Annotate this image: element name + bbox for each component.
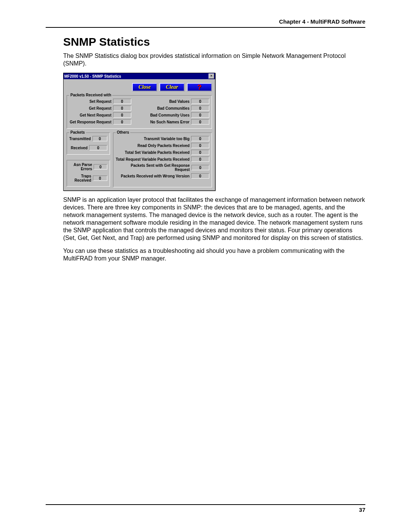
close-button-label: Close xyxy=(139,84,151,90)
stat-value: 0 xyxy=(92,136,107,141)
close-icon[interactable]: × xyxy=(209,73,214,79)
group-packets: Packets Transmitted 0 Received 0 xyxy=(67,133,110,155)
stat-value: 0 xyxy=(93,176,107,181)
stat-row: Transmitted 0 xyxy=(69,136,107,141)
stat-label: Total Request Variable Packets Received xyxy=(116,157,191,161)
stat-value: 0 xyxy=(89,145,107,150)
chapter-header: Chapter 4 - MultiFRAD Software xyxy=(46,18,365,28)
stat-row: Bad Community Uses 0 xyxy=(135,112,209,118)
stat-row: Received 0 xyxy=(69,145,107,150)
stat-value: 0 xyxy=(191,173,209,179)
stat-value: 0 xyxy=(191,157,209,162)
stat-label: Traps Received xyxy=(69,174,93,182)
stat-row: Get Response Request 0 xyxy=(69,119,131,125)
stat-label: No Such Names Error xyxy=(150,120,191,124)
stat-label: Get Next Request xyxy=(80,113,113,117)
stat-label: Get Response Request xyxy=(70,120,113,124)
lower-section: Packets Transmitted 0 Received 0 Asn Par… xyxy=(64,131,215,189)
close-button[interactable]: Close xyxy=(132,83,157,91)
stat-row: Read Only Packets Received 0 xyxy=(116,143,209,148)
snmp-statistics-dialog: MF2000 v1.50 - SNMP Statistics × Close C… xyxy=(63,73,215,191)
page-number: 37 xyxy=(359,506,365,513)
stat-row: Get Next Request 0 xyxy=(69,112,131,118)
section-title: SNMP Statistics xyxy=(63,35,365,48)
clear-button-label: Clear xyxy=(166,84,178,90)
stat-label: Packets Received with Wrong Version xyxy=(121,174,191,178)
dialog-toolbar: Close Clear ? xyxy=(64,79,215,94)
stat-row: Set Request 0 xyxy=(69,99,131,104)
stat-label: Transmitted xyxy=(69,137,92,141)
stat-value: 0 xyxy=(94,164,107,169)
group-misc: Asn Parse Errors 0 Traps Received 0 xyxy=(67,160,110,187)
group-legend: Packets Received with xyxy=(69,93,112,97)
content-area: SNMP Statistics The SNMP Statistics dial… xyxy=(63,35,365,262)
stat-label: Received xyxy=(71,146,89,150)
stat-value: 0 xyxy=(191,165,209,170)
page: Chapter 4 - MultiFRAD Software SNMP Stat… xyxy=(0,0,411,532)
stat-value: 0 xyxy=(191,119,209,125)
body-paragraph-1: SNMP is an application layer protocol th… xyxy=(63,196,365,242)
help-icon: ? xyxy=(198,83,202,91)
stat-label: Transmit Variable too Big xyxy=(144,137,191,141)
stat-value: 0 xyxy=(113,105,131,111)
stat-row: Get Request 0 xyxy=(69,105,131,111)
stat-value: 0 xyxy=(113,119,131,125)
stat-row: Packets Received with Wrong Version 0 xyxy=(116,173,209,179)
stat-row: No Such Names Error 0 xyxy=(135,119,209,125)
stat-value: 0 xyxy=(191,143,209,148)
stat-row: Packets Sent with Get Response Request 0 xyxy=(116,163,209,172)
stat-value: 0 xyxy=(191,99,209,104)
group-others: Others Transmit Variable too Big 0 Read … xyxy=(113,133,212,187)
group-packets-received-with: Packets Received with Set Request 0 Get … xyxy=(67,95,212,129)
stat-label: Set Request xyxy=(89,99,113,104)
stat-label: Bad Values xyxy=(169,99,191,104)
stat-label: Read Only Packets Received xyxy=(137,144,191,148)
stat-row: Total Set Variable Packets Received 0 xyxy=(116,150,209,155)
help-button[interactable]: ? xyxy=(187,83,212,91)
stat-value: 0 xyxy=(113,99,131,104)
stat-value: 0 xyxy=(191,136,209,141)
stat-row: Traps Received 0 xyxy=(69,174,107,182)
stat-label: Get Request xyxy=(89,106,113,110)
dialog-titlebar: MF2000 v1.50 - SNMP Statistics × xyxy=(64,73,215,79)
stat-label: Bad Communities xyxy=(157,106,191,110)
intro-paragraph: The SNMP Statistics dialog box provides … xyxy=(63,52,365,67)
stat-label: Bad Community Uses xyxy=(150,113,191,117)
stat-value: 0 xyxy=(191,105,209,111)
stat-value: 0 xyxy=(191,150,209,155)
group-legend: Packets xyxy=(69,130,86,134)
body-paragraph-2: You can use these statistics as a troubl… xyxy=(63,247,365,262)
stat-row: Bad Values 0 xyxy=(135,99,209,104)
stat-row: Transmit Variable too Big 0 xyxy=(116,136,209,141)
stat-value: 0 xyxy=(191,112,209,118)
group-legend: Others xyxy=(116,130,130,134)
stat-row: Total Request Variable Packets Received … xyxy=(116,157,209,162)
clear-button[interactable]: Clear xyxy=(159,83,185,91)
dialog-title: MF2000 v1.50 - SNMP Statistics xyxy=(64,74,121,78)
stat-row: Bad Communities 0 xyxy=(135,105,209,111)
stat-label: Packets Sent with Get Response Request xyxy=(116,163,191,172)
stat-label: Asn Parse Errors xyxy=(69,163,94,171)
stat-row: Asn Parse Errors 0 xyxy=(69,163,107,171)
stat-label: Total Set Variable Packets Received xyxy=(125,150,191,155)
stat-value: 0 xyxy=(113,112,131,118)
page-footer: 37 xyxy=(46,504,365,513)
